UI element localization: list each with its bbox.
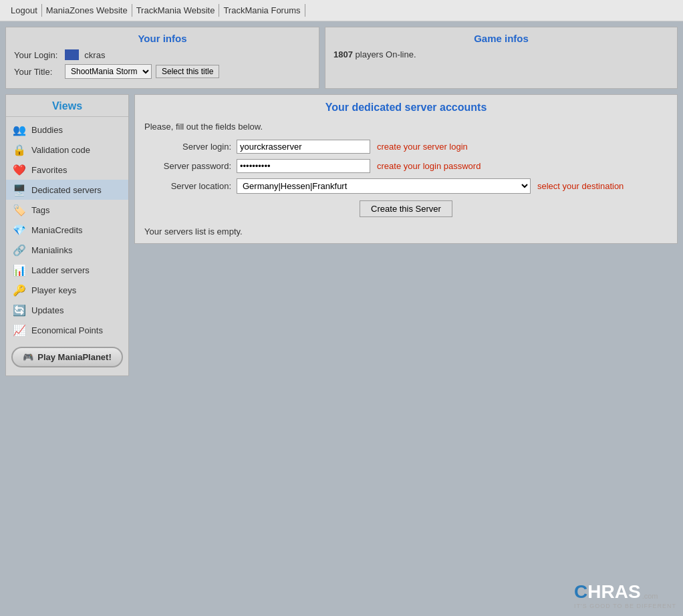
top-navigation: Logout ManiaZones Website TrackMania Web… [0,0,683,21]
playerkeys-icon: 🔑 [13,283,26,297]
login-label: Your Login: [14,50,61,60]
logo-tagline: IT'S GOOD TO BE DIFFERENT [574,603,676,609]
sidebar-label-favorites: Favorites [31,165,67,175]
title-label: Your Title: [14,67,61,77]
play-btn-label: Play ManiaPlanet! [37,352,112,362]
sidebar-label-maniacredits: ManiaCredits [31,225,83,235]
server-password-input[interactable] [237,159,370,173]
create-server-button[interactable]: Create this Server [360,200,452,217]
title-select[interactable]: ShootMania Storm TrackMania ManiaPlanet [65,64,152,79]
sidebar-item-updates[interactable]: 🔄 Updates [6,300,128,320]
logo-hras: HRAS [587,581,640,603]
sidebar-item-maniacredits[interactable]: 💎 ManiaCredits [6,220,128,240]
sidebar-item-tags[interactable]: 🏷️ Tags [6,200,128,220]
your-infos-title: Your infos [14,33,311,44]
sidebar-item-ladder[interactable]: 📊 Ladder servers [6,260,128,280]
sidebar-label-validation: Validation code [31,145,90,155]
favorites-icon: ❤️ [13,163,26,176]
players-text: players On-line. [353,49,416,59]
sidebar: Views 👥 Buddies 🔒 Validation code ❤️ Fav… [5,94,129,376]
sidebar-item-ecopoints[interactable]: 📈 Economical Points [6,320,128,340]
password-hint: create your login password [377,161,481,171]
fill-notice: Please, fill out the fields below. [144,122,668,132]
manialinks-icon: 🔗 [13,243,26,257]
trackmania-forums-link[interactable]: TrackMania Forums [219,4,305,17]
game-infos-panel: Game infos 1807 players On-line. [325,27,678,89]
server-location-label: Server location: [144,181,231,191]
maniazones-link[interactable]: ManiaZones Website [42,4,132,17]
ladder-icon: 📊 [13,263,26,277]
sidebar-label-buddies: Buddies [31,125,63,135]
ecopoints-icon: 📈 [13,323,26,337]
servers-empty-message: Your servers list is empty. [144,226,668,237]
validation-icon: 🔒 [13,143,26,156]
sidebar-label-ecopoints: Economical Points [31,325,103,335]
login-block [65,49,79,60]
logo-c: C [574,581,587,603]
sidebar-label-manialinks: Manialinks [31,245,72,255]
sidebar-item-playerkeys[interactable]: 🔑 Player keys [6,280,128,300]
players-count: 1807 [333,49,353,59]
sidebar-item-dedicated[interactable]: 🖥️ Dedicated servers [6,180,128,200]
sidebar-item-favorites[interactable]: ❤️ Favorites [6,160,128,180]
sidebar-item-validation[interactable]: 🔒 Validation code [6,140,128,160]
game-infos-title: Game infos [333,33,669,44]
play-btn-icon: 🎮 [23,352,33,362]
server-password-label: Server password: [144,161,231,171]
sidebar-label-ladder: Ladder servers [31,265,90,275]
updates-icon: 🔄 [13,303,26,317]
select-title-button[interactable]: Select this title [156,65,219,78]
buddies-icon: 👥 [13,123,26,136]
sidebar-label-playerkeys: Player keys [31,285,76,295]
login-hint: create your server login [377,142,468,152]
footer: C HRAS .com IT'S GOOD TO BE DIFFERENT [574,581,676,609]
maniacredits-icon: 💎 [13,223,26,237]
logout-link[interactable]: Logout [7,4,42,17]
login-suffix: ckras [84,50,105,60]
sidebar-label-updates: Updates [31,305,63,315]
play-maniaplanet-button[interactable]: 🎮 Play ManiaPlanet! [11,347,123,367]
logo-com: .com [642,592,658,600]
sidebar-item-buddies[interactable]: 👥 Buddies [6,120,128,140]
sidebar-label-tags: Tags [31,205,49,215]
trackmania-link[interactable]: TrackMania Website [132,4,220,17]
players-online: 1807 players On-line. [333,49,669,59]
sidebar-title: Views [6,95,128,117]
dedicated-icon: 🖥️ [13,183,26,196]
dedicated-panel-title: Your dedicated server accounts [144,102,668,114]
location-hint: select your destination [537,181,624,191]
server-location-select[interactable]: Germany|Hessen|Frankfurt France|Ile-de-F… [237,178,531,194]
footer-logo: C HRAS .com [574,581,676,603]
server-login-label: Server login: [144,142,231,152]
tags-icon: 🏷️ [13,203,26,216]
dedicated-server-panel: Your dedicated server accounts Please, f… [134,94,678,244]
your-infos-panel: Your infos Your Login: ckras Your Title:… [5,27,319,89]
sidebar-label-dedicated: Dedicated servers [31,185,102,195]
server-login-input[interactable] [237,140,370,154]
sidebar-item-manialinks[interactable]: 🔗 Manialinks [6,240,128,260]
